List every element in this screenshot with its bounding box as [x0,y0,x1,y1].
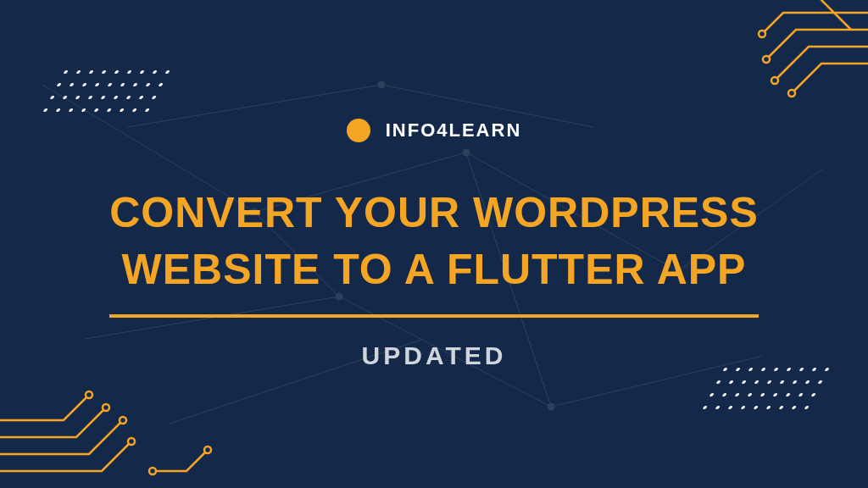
brand-row: INFO4LEARN [347,119,522,142]
headline: CONVERT YOUR WORDPRESS WEBSITE TO A FLUT… [109,185,759,318]
subtitle: UPDATED [362,341,507,370]
brand-name: INFO4LEARN [386,119,522,141]
headline-line-2: WEBSITE TO A FLUTTER APP [122,246,747,293]
main-content: INFO4LEARN CONVERT YOUR WORDPRESS WEBSIT… [0,0,868,488]
headline-line-1: CONVERT YOUR WORDPRESS [109,189,759,236]
brand-dot-icon [347,119,370,142]
